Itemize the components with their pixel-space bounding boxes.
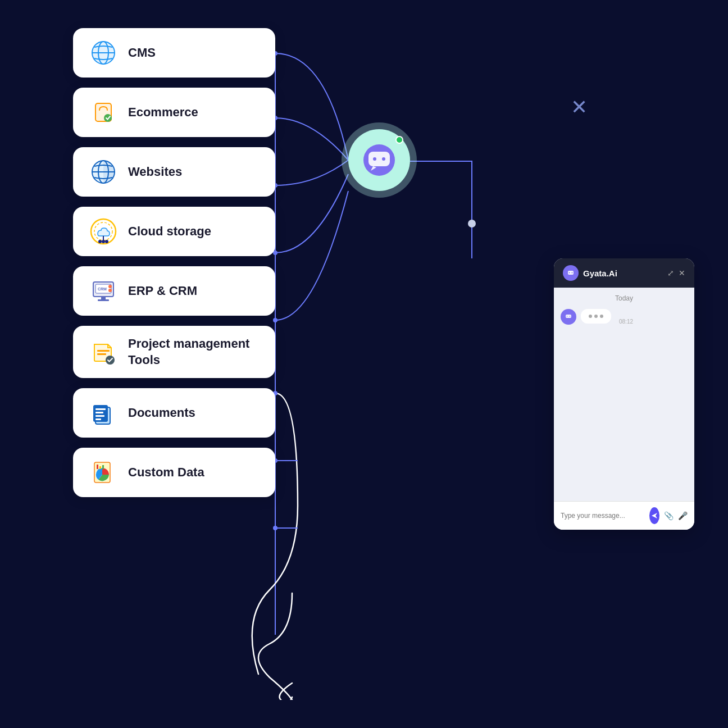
svg-point-53 [567,316,568,317]
cloud-storage-icon-wrapper [89,217,118,246]
svg-text:CRM: CRM [98,287,107,291]
typing-bubble [581,309,611,324]
svg-point-21 [105,240,108,243]
svg-point-54 [570,316,571,317]
chat-footer[interactable]: 📎 🎤 [554,501,694,530]
svg-rect-40 [97,465,98,469]
svg-rect-34 [95,408,106,410]
project-management-label: Project management Tools [128,336,260,368]
send-icon [650,512,658,520]
project-management-icon [90,339,117,366]
card-cms[interactable]: CMS [73,28,275,78]
mic-button[interactable]: 🎤 [678,511,688,520]
chat-title: Gyata.Ai [583,269,617,278]
chat-header-icon [563,265,579,281]
svg-point-20 [98,240,102,243]
svg-point-27 [108,285,112,288]
cloud-storage-label: Cloud storage [128,224,211,240]
card-custom-data[interactable]: Custom Data [73,448,275,497]
svg-rect-25 [101,297,106,299]
cms-icon-wrapper [89,38,118,67]
project-management-icon-wrapper [89,338,118,367]
svg-point-50 [572,272,573,274]
card-documents[interactable]: Documents [73,388,275,438]
card-ecommerce[interactable]: Ecommerce [73,88,275,137]
custom-data-icon [90,459,117,486]
svg-point-28 [108,289,112,292]
card-erp-crm[interactable]: CRM ERP & CRM [73,266,275,316]
custom-data-icon-wrapper [89,458,118,487]
svg-rect-41 [99,466,101,469]
bot-avatar [561,309,576,325]
documents-icon-wrapper [89,398,118,427]
chat-header-brand: Gyata.Ai [563,265,617,281]
cms-label: CMS [128,45,156,61]
online-indicator [395,136,403,144]
minimize-button[interactable]: ⤢ [667,269,674,277]
card-websites[interactable]: Websites [73,147,275,197]
svg-rect-37 [95,418,101,420]
svg-rect-52 [566,315,571,318]
cloud-storage-icon [89,217,118,246]
svg-rect-42 [102,465,104,469]
websites-icon-wrapper [89,157,118,186]
svg-point-13 [104,114,112,122]
ai-bot-icon [362,143,397,178]
card-project-management[interactable]: Project management Tools [73,326,275,378]
documents-icon [90,399,117,426]
chat-date: Today [561,294,688,302]
svg-point-46 [382,157,385,161]
svg-rect-29 [97,350,110,352]
svg-point-49 [569,272,570,274]
erp-crm-label: ERP & CRM [128,283,197,299]
ecommerce-label: Ecommerce [128,104,198,121]
custom-data-label: Custom Data [128,465,204,481]
message-timestamp: 08:12 [619,319,633,325]
ecommerce-icon [90,99,117,126]
ai-center-circle [348,129,410,191]
websites-label: Websites [128,164,182,180]
svg-point-45 [373,157,376,161]
svg-rect-35 [95,412,103,413]
ecommerce-icon-wrapper [89,98,118,127]
send-button[interactable] [649,507,659,524]
erp-crm-icon-wrapper: CRM [89,276,118,306]
svg-rect-44 [368,152,390,166]
svg-point-8 [273,526,277,530]
chat-input[interactable] [561,512,645,520]
svg-rect-26 [98,299,109,301]
close-button[interactable]: ✕ [679,269,685,277]
erp-crm-icon: CRM [90,277,117,304]
chat-header: Gyata.Ai ⤢ ✕ [554,258,694,288]
chat-message-1: 08:12 [561,309,688,325]
decoration-asterisk: ✕ [571,95,588,119]
websites-icon [90,158,117,185]
typing-indicator [589,315,603,318]
svg-rect-36 [95,415,104,417]
svg-rect-30 [97,353,106,355]
cms-icon [90,39,117,66]
card-cloud-storage[interactable]: Cloud storage [73,207,275,256]
documents-label: Documents [128,405,195,421]
integration-cards-list: CMS Ecommerce Websites [73,28,275,497]
chat-body: Today 08:12 [554,288,694,501]
svg-point-0 [468,220,476,228]
attach-button[interactable]: 📎 [664,511,674,520]
chat-controls[interactable]: ⤢ ✕ [667,269,685,277]
svg-point-19 [102,240,105,243]
curve-decoration [242,588,343,700]
chat-widget: Gyata.Ai ⤢ ✕ Today 08:12 [554,258,694,530]
